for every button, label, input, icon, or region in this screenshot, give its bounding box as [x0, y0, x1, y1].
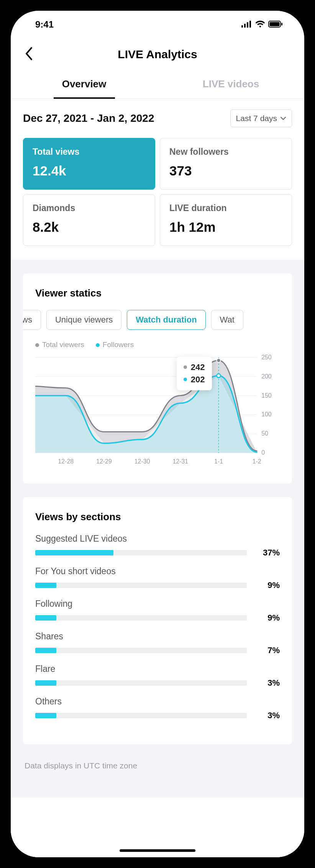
stat-card-new-followers[interactable]: New followers 373 — [160, 138, 292, 190]
svg-text:12-29: 12-29 — [96, 458, 112, 465]
stat-label: LIVE duration — [169, 203, 282, 213]
svg-point-20 — [217, 359, 221, 362]
chevron-down-icon — [280, 116, 286, 120]
stat-label: Diamonds — [33, 203, 146, 213]
bar-fill — [35, 648, 56, 653]
stat-value: 1h 12m — [169, 219, 282, 235]
stat-grid: Total views 12.4k New followers 373 Diam… — [23, 138, 292, 246]
svg-rect-3 — [249, 21, 251, 28]
chip-partial-right[interactable]: Wat — [211, 310, 243, 330]
bar-label: Flare — [35, 664, 280, 674]
back-button[interactable] — [25, 47, 33, 62]
date-row: Dec 27, 2021 - Jan 2, 2022 Last 7 days — [23, 110, 292, 127]
nav-header: LIVE Analytics — [11, 38, 304, 70]
bar-fill — [35, 713, 56, 718]
viewer-statics-chips[interactable]: ws Unique viewers Watch duration Wat — [23, 310, 292, 330]
bar-pct: 3% — [256, 711, 280, 721]
bar-label: Shares — [35, 631, 280, 642]
svg-text:12-30: 12-30 — [135, 458, 150, 465]
chip-watch-duration[interactable]: Watch duration — [127, 310, 205, 330]
viewer-statics-card: Viewer statics ws Unique viewers Watch d… — [23, 274, 292, 483]
bar-track — [35, 713, 247, 718]
bar-track — [35, 648, 247, 653]
svg-rect-2 — [247, 22, 248, 28]
stat-value: 12.4k — [33, 163, 146, 179]
bar-fill — [35, 583, 56, 588]
bar-fill — [35, 615, 56, 621]
tabs: Overview LIVE videos — [11, 70, 304, 99]
chart-legend: Total viewers Followers — [35, 341, 280, 349]
bar-track — [35, 550, 247, 555]
wifi-icon — [255, 19, 265, 30]
svg-text:12-27: 12-27 — [35, 458, 36, 465]
chart-svg: 05010015020025012-2712-2812-2912-3012-31… — [35, 354, 280, 468]
tooltip-total: 242 — [191, 361, 205, 373]
bar-row: Others3% — [35, 696, 280, 721]
bar-pct: 7% — [256, 645, 280, 655]
stat-card-diamonds[interactable]: Diamonds 8.2k — [23, 194, 155, 246]
page-title: LIVE Analytics — [118, 48, 197, 61]
svg-text:50: 50 — [261, 430, 268, 437]
svg-text:0: 0 — [261, 449, 265, 456]
legend-item-total: Total viewers — [35, 341, 84, 349]
stat-label: New followers — [169, 147, 282, 157]
bar-pct: 37% — [256, 548, 280, 558]
bar-fill — [35, 550, 113, 555]
svg-text:150: 150 — [261, 392, 272, 399]
bar-row: For You short videos9% — [35, 566, 280, 590]
date-range: Dec 27, 2021 - Jan 2, 2022 — [23, 112, 154, 124]
tab-overview[interactable]: Overview — [11, 70, 158, 98]
svg-rect-0 — [241, 25, 243, 28]
viewer-statics-chart: 05010015020025012-2712-2812-2912-3012-31… — [35, 354, 280, 468]
bar-fill — [35, 680, 56, 686]
status-icons — [241, 19, 283, 30]
chevron-left-icon — [25, 47, 33, 61]
svg-rect-1 — [244, 24, 246, 28]
tab-live-videos[interactable]: LIVE videos — [158, 70, 304, 98]
bar-pct: 9% — [256, 613, 280, 623]
bar-row: Shares7% — [35, 631, 280, 655]
chip-unique-viewers[interactable]: Unique viewers — [46, 310, 121, 330]
views-by-sections-card: Views by sections Suggested LIVE videos3… — [23, 497, 292, 744]
bar-track — [35, 615, 247, 621]
viewer-statics-title: Viewer statics — [35, 287, 280, 299]
svg-text:1-2: 1-2 — [253, 458, 261, 465]
status-time: 9:41 — [35, 19, 54, 30]
views-by-sections-title: Views by sections — [35, 511, 280, 523]
cellular-icon — [241, 19, 252, 30]
bar-track — [35, 680, 247, 686]
svg-text:250: 250 — [261, 354, 272, 360]
svg-text:200: 200 — [261, 373, 272, 380]
svg-rect-5 — [270, 22, 280, 26]
svg-point-21 — [217, 374, 221, 378]
svg-text:1-1: 1-1 — [214, 458, 223, 465]
stat-label: Total views — [33, 147, 146, 157]
tooltip-followers: 202 — [191, 373, 205, 386]
svg-text:12-31: 12-31 — [172, 458, 188, 465]
stat-value: 8.2k — [33, 219, 146, 235]
bar-label: Others — [35, 696, 280, 707]
bar-label: For You short videos — [35, 566, 280, 576]
status-bar: 9:41 — [11, 11, 304, 38]
chip-partial-left[interactable]: ws — [23, 310, 41, 330]
stat-card-total-views[interactable]: Total views 12.4k — [23, 138, 155, 190]
chart-tooltip: 242 202 — [177, 357, 212, 390]
home-indicator — [120, 849, 195, 852]
svg-text:100: 100 — [261, 411, 272, 418]
legend-item-followers: Followers — [96, 341, 134, 349]
bar-track — [35, 583, 247, 588]
battery-icon — [268, 19, 283, 30]
bar-pct: 3% — [256, 678, 280, 688]
bar-pct: 9% — [256, 580, 280, 590]
stat-card-live-duration[interactable]: LIVE duration 1h 12m — [160, 194, 292, 246]
range-filter-button[interactable]: Last 7 days — [230, 110, 292, 127]
svg-text:12-28: 12-28 — [58, 458, 74, 465]
bar-row: Flare3% — [35, 664, 280, 688]
svg-rect-6 — [281, 23, 282, 26]
bar-row: Suggested LIVE videos37% — [35, 534, 280, 558]
bar-label: Following — [35, 599, 280, 609]
bar-label: Suggested LIVE videos — [35, 534, 280, 544]
bar-row: Following9% — [35, 599, 280, 623]
stat-value: 373 — [169, 163, 282, 179]
range-filter-label: Last 7 days — [236, 114, 277, 123]
